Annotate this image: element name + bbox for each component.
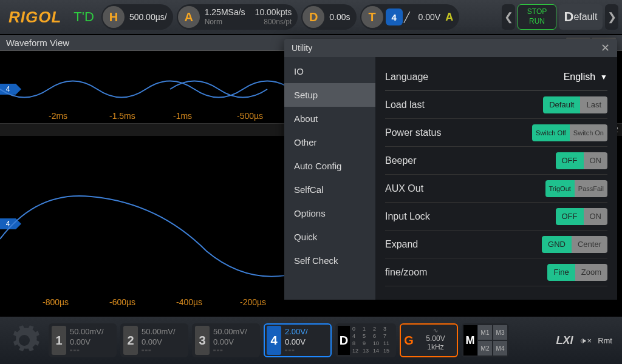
menu-io[interactable]: IO <box>284 59 375 83</box>
d-value: 0.00s <box>324 12 355 22</box>
a-rate-mode: 1.25MSa/sNorm <box>200 7 250 26</box>
sound-off-icon: 🕩× <box>579 336 592 345</box>
generator-box[interactable]: G ∿5.00V1kHz <box>400 323 458 357</box>
brand-logo: RIGOL <box>4 8 66 27</box>
next-button[interactable]: ❯ <box>605 4 618 30</box>
utility-settings: Language English▼ Load last DefaultLast … <box>375 57 617 300</box>
close-icon[interactable]: ✕ <box>601 41 610 55</box>
beeper-toggle[interactable]: OFFON <box>556 152 608 169</box>
status-icons: LXI 🕩× Rmt <box>556 334 618 347</box>
setting-aux-out: AUX Out TrigOutPassFail <box>385 175 607 203</box>
h-timebase: 500.00µs/ <box>125 12 172 22</box>
digital-channels-box[interactable]: D 0123 4567 891011 12131415 <box>335 323 396 357</box>
digital-numbers: 0123 4567 891011 12131415 <box>352 326 394 355</box>
utility-header: Utility ✕ <box>284 39 617 57</box>
delay-pill[interactable]: D 0.00s <box>301 4 356 30</box>
setting-language[interactable]: Language English▼ <box>385 63 607 91</box>
setting-input-lock: Input Lock OFFON <box>385 203 607 231</box>
a-pts-res: 10.00kpts800ns/pt <box>250 7 297 26</box>
menu-selfcheck[interactable]: Self Check <box>284 249 375 272</box>
t-channel: 4 <box>386 8 403 25</box>
trigger-pill[interactable]: T 4 ╱ 0.00V A <box>360 4 460 30</box>
menu-setup[interactable]: Setup <box>284 83 375 107</box>
menu-options[interactable]: Options <box>284 201 375 225</box>
utility-title: Utility <box>292 43 312 53</box>
top-bar: RIGOL T'D H 500.00µs/ A 1.25MSa/sNorm 10… <box>0 0 622 35</box>
remote-indicator: Rmt <box>598 336 612 345</box>
expand-toggle[interactable]: GNDCenter <box>542 236 607 253</box>
channel-1-box[interactable]: 1 50.00mV/0.00V≡≡≡ <box>49 323 117 357</box>
d-badge: D <box>302 6 324 28</box>
menu-selfcal[interactable]: SelfCal <box>284 178 375 201</box>
t-coupling: A <box>445 11 458 24</box>
sine-wave-icon: ∿ <box>415 327 456 334</box>
setting-fine-zoom: fine/zoom FineZoom <box>385 258 607 286</box>
h-badge: H <box>103 6 125 28</box>
horizontal-pill[interactable]: H 500.00µs/ <box>101 4 173 30</box>
acquisition-pill[interactable]: A 1.25MSa/sNorm 10.00kpts800ns/pt <box>177 4 298 30</box>
stop-run-button[interactable]: STOP RUN <box>518 4 556 30</box>
menu-autoconfig[interactable]: Auto Config <box>284 154 375 178</box>
chevron-down-icon: ▼ <box>600 73 607 81</box>
setting-load-last: Load last DefaultLast <box>385 91 607 119</box>
t-badge: T <box>361 6 383 28</box>
utility-panel: Utility ✕ IO Setup About Other Auto Conf… <box>284 39 617 300</box>
default-button[interactable]: Default <box>559 4 603 30</box>
input-lock-toggle[interactable]: OFFON <box>556 208 608 225</box>
channel-4-box[interactable]: 4 2.00V/0.00V≡≡≡ <box>264 323 332 357</box>
gear-icon[interactable] <box>4 321 45 360</box>
bottom-bar: 1 50.00mV/0.00V≡≡≡ 2 50.00mV/0.00V≡≡≡ 3 … <box>0 317 622 364</box>
menu-other[interactable]: Other <box>284 130 375 154</box>
trigger-status: T'D <box>70 9 98 25</box>
menu-about[interactable]: About <box>284 107 375 130</box>
load-last-toggle[interactable]: DefaultLast <box>543 96 607 113</box>
fine-zoom-toggle[interactable]: FineZoom <box>547 264 607 281</box>
t-level: 0.00V <box>414 12 446 22</box>
power-status-toggle[interactable]: Switch OffSwitch On <box>532 124 607 141</box>
prev-button[interactable]: ❮ <box>502 4 515 30</box>
setting-beeper: Beeper OFFON <box>385 147 607 175</box>
setting-expand: Expand GNDCenter <box>385 231 607 258</box>
setting-power-status: Power status Switch OffSwitch On <box>385 119 607 147</box>
utility-menu: IO Setup About Other Auto Config SelfCal… <box>284 57 375 300</box>
lxi-icon: LXI <box>556 334 573 347</box>
menu-quick[interactable]: Quick <box>284 225 375 249</box>
a-badge: A <box>178 6 200 28</box>
math-box[interactable]: M M1M3 M2M4 <box>462 323 509 357</box>
rising-edge-icon: ╱ <box>404 12 414 23</box>
lower-trace <box>0 136 285 309</box>
aux-out-toggle[interactable]: TrigOutPassFail <box>545 180 607 197</box>
channel-3-box[interactable]: 3 50.00mV/0.00V≡≡≡ <box>192 323 260 357</box>
channel-2-box[interactable]: 2 50.00mV/0.00V≡≡≡ <box>120 323 188 357</box>
waveform-title: Waveform View <box>6 38 69 48</box>
